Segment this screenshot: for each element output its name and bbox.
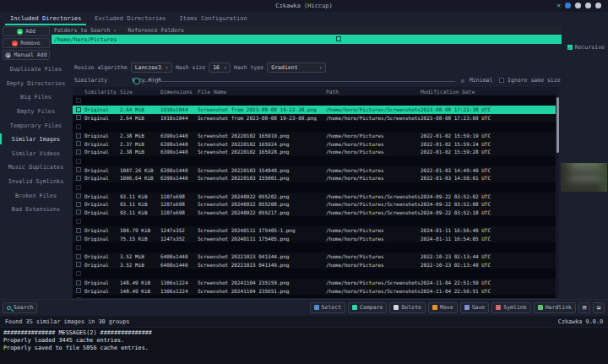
row-checkbox[interactable] — [76, 115, 81, 120]
row-checkbox[interactable] — [76, 149, 81, 155]
column-header-dimensions[interactable]: Dimensions — [160, 89, 198, 95]
sidebar-item-big-files[interactable]: Big Files — [0, 90, 72, 105]
row-checkbox[interactable] — [76, 193, 81, 198]
group-separator-row[interactable] — [73, 242, 559, 253]
hardlink-button[interactable]: Hardlink — [534, 302, 576, 313]
save-button[interactable]: Save — [460, 302, 490, 313]
group-separator-row[interactable] — [73, 182, 559, 193]
hash-type-select[interactable]: Gradient ▾ — [267, 62, 326, 73]
sidebar-item-music-duplicates[interactable]: Music Duplicates — [0, 160, 72, 175]
row-checkbox[interactable] — [76, 262, 81, 267]
row-checkbox[interactable] — [76, 236, 81, 241]
slider-tick — [461, 79, 464, 83]
similarity-slider-track[interactable] — [138, 81, 455, 82]
move-button[interactable]: Move — [428, 302, 458, 313]
resize-algorithm-select[interactable]: Lanczos3 ▾ — [131, 62, 172, 73]
table-row[interactable]: Original1006.64 KiB6399x1440Screenshot_2… — [73, 174, 559, 182]
table-row[interactable]: Original93.11 KiB1207x698Screenshot_2024… — [73, 193, 559, 201]
group-checkbox[interactable] — [76, 297, 81, 298]
select-button[interactable]: Select — [310, 302, 345, 313]
column-header-similarity[interactable]: Similarity — [84, 89, 120, 95]
group-separator-row[interactable] — [73, 95, 559, 106]
table-row[interactable]: Original2.64 MiB1910x1044Screenshot from… — [73, 106, 559, 114]
row-checkbox[interactable] — [76, 254, 81, 259]
table-row[interactable]: Original148.49 KiB1306x1224Screenshot_20… — [73, 279, 559, 287]
row-checkbox[interactable] — [76, 288, 81, 293]
group-separator-row[interactable] — [73, 295, 559, 298]
reference-folder-checkbox[interactable] — [336, 36, 341, 41]
compare-button[interactable]: Compare — [348, 302, 387, 313]
row-checkbox[interactable] — [76, 176, 81, 181]
group-checkbox[interactable] — [76, 219, 81, 224]
window-control-dot[interactable] — [595, 3, 601, 8]
group-separator-row[interactable] — [73, 216, 559, 226]
sidebar-item-invalid-symlinks[interactable]: Invalid Symlinks — [0, 175, 72, 189]
search-button[interactable]: Search — [3, 302, 37, 313]
group-checkbox[interactable] — [76, 185, 81, 190]
sidebar-item-similar-images[interactable]: Similar Images — [0, 133, 72, 147]
table-row[interactable]: Original3.52 MiB6400x1440Screenshot_2022… — [73, 261, 559, 269]
tab-items-configuration[interactable]: Items Configuration — [175, 13, 252, 25]
scrollbar-thumb[interactable] — [556, 97, 559, 153]
table-row[interactable]: Original2.38 MiB6399x1440Screenshot_2022… — [73, 148, 559, 156]
row-checkbox[interactable] — [76, 280, 81, 285]
similarity-slider-handle[interactable] — [133, 78, 140, 84]
window-control-dot[interactable] — [575, 3, 581, 8]
group-separator-row[interactable] — [73, 122, 559, 132]
column-header-modification-date[interactable]: Modification Date — [421, 89, 559, 95]
row-checkbox[interactable] — [76, 167, 81, 172]
sidebar-item-broken-files[interactable]: Broken Files — [0, 188, 72, 203]
directory-row[interactable]: /home/horo/Pictures — [52, 35, 562, 44]
row-checkbox[interactable] — [76, 209, 81, 215]
row-checkbox[interactable] — [76, 133, 81, 139]
sidebar-item-duplicate-files[interactable]: Duplicate Files — [0, 62, 72, 77]
manual-add-button[interactable]: +Manual Add — [3, 50, 50, 60]
sidebar-item-temporary-files[interactable]: Temporary Files — [0, 118, 72, 133]
group-separator-row[interactable] — [73, 269, 559, 279]
table-row[interactable]: Original100.79 KiB1247x352Screenshot_202… — [73, 226, 559, 235]
delete-button[interactable]: Delete — [389, 302, 425, 313]
group-checkbox[interactable] — [76, 245, 81, 250]
preview-toggle-button[interactable]: ▤ — [578, 302, 590, 313]
indicator-dot-blue[interactable] — [565, 3, 571, 8]
sidebar-item-similar-videos[interactable]: Similar Videos — [0, 147, 72, 161]
row-checkbox[interactable] — [76, 228, 81, 233]
remove-button[interactable]: −Remove — [3, 38, 50, 48]
table-row[interactable]: Original75.15 KiB1247x352Screenshot_2024… — [73, 235, 559, 243]
group-checkbox[interactable] — [76, 159, 81, 164]
tools-icon[interactable]: ✕ — [556, 2, 561, 9]
group-checkbox[interactable] — [76, 271, 81, 276]
sidebar-item-empty-directories[interactable]: Empty Directories — [0, 77, 72, 91]
table-row[interactable]: Original1007.26 KiB6399x1440Screenshot_2… — [73, 166, 559, 175]
vertical-scrollbar[interactable] — [556, 95, 559, 298]
table-row[interactable]: Original148.49 KiB1306x1224Screenshot_20… — [73, 287, 559, 296]
group-separator-row[interactable] — [73, 156, 559, 166]
tab-included-directories[interactable]: Included Directories — [5, 13, 86, 25]
recursive-checkbox[interactable] — [567, 45, 573, 50]
symlink-button[interactable]: Symlink — [491, 302, 530, 313]
column-header-file-name[interactable]: File Name — [198, 89, 326, 95]
table-row[interactable]: Original2.64 MiB1910x1044Screenshot from… — [73, 114, 559, 122]
ignore-same-size-checkbox[interactable] — [499, 78, 504, 83]
table-row[interactable]: Original2.38 MiB6399x1440Screenshot_2022… — [73, 132, 559, 140]
table-row[interactable]: Original2.37 MiB6399x1440Screenshot_2022… — [73, 140, 559, 149]
row-checkbox[interactable] — [76, 202, 81, 207]
window-control-dot[interactable] — [585, 3, 591, 8]
column-header-path[interactable]: Path — [326, 89, 421, 95]
compact-toggle-button[interactable]: ⬓ — [593, 302, 605, 313]
table-row[interactable]: Original93.11 KiB1207x698Screenshot_2024… — [73, 200, 559, 209]
column-header-size[interactable]: Size — [120, 89, 160, 95]
sidebar-item-bad-extensions[interactable]: Bad Extensions — [0, 203, 72, 217]
row-checkbox[interactable] — [76, 107, 81, 112]
table-row[interactable]: Original93.11 KiB1207x698Screenshot_2024… — [73, 209, 559, 217]
hash-size-select[interactable]: 16 ▾ — [209, 62, 231, 73]
tab-excluded-directories[interactable]: Excluded Directories — [90, 13, 171, 25]
group-checkbox[interactable] — [76, 98, 81, 103]
reference-folders-header[interactable]: Reference Folders — [128, 27, 184, 34]
folders-to-search-header[interactable]: Folders to Search ▾ — [54, 27, 116, 34]
row-checkbox[interactable] — [76, 141, 81, 146]
add-button[interactable]: +Add — [3, 26, 50, 36]
sidebar-item-empty-files[interactable]: Empty Files — [0, 105, 72, 119]
group-checkbox[interactable] — [76, 124, 81, 129]
table-row[interactable]: Original3.52 MiB6400x1440Screenshot_2022… — [73, 253, 559, 261]
